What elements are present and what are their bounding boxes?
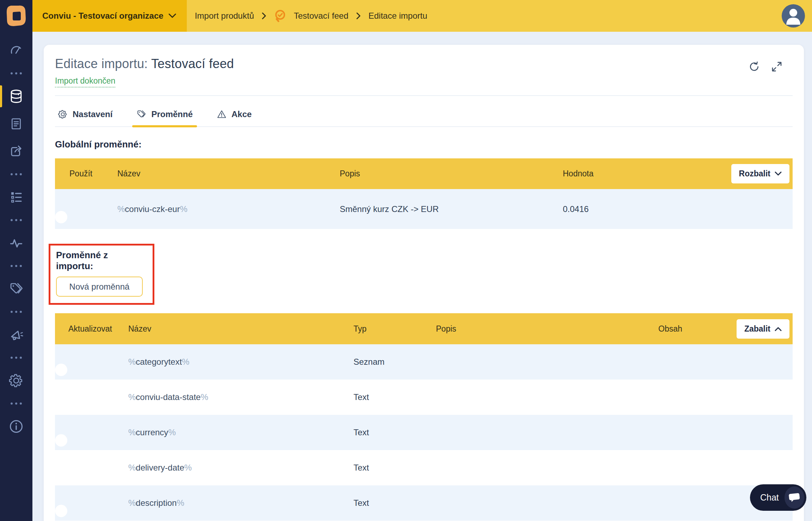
sidebar-more-menu[interactable] — [0, 69, 32, 78]
page-title-prefix: Editace importu: — [55, 56, 148, 71]
tab-nastaveni[interactable]: Nastavení — [56, 104, 115, 126]
avatar[interactable] — [782, 4, 805, 28]
sidebar-item-settings[interactable] — [0, 372, 32, 389]
table-row: %conviu-data-state%Text — [55, 380, 793, 415]
pulse-icon — [8, 235, 24, 251]
breadcrumb-import-produktu[interactable]: Import produktů — [195, 11, 254, 21]
document-icon — [9, 116, 23, 131]
variable-name: %delivery-date% — [128, 463, 353, 473]
refresh-icon[interactable] — [748, 61, 760, 73]
sidebar — [0, 32, 32, 521]
sidebar-more-menu[interactable] — [0, 262, 32, 270]
sidebar-more-menu[interactable] — [0, 308, 32, 316]
share-icon — [9, 144, 24, 159]
column-aktualizovat: Aktualizovat — [55, 324, 128, 334]
global-variables-table: Použít Název Popis Hodnota Rozbalit %con… — [55, 158, 793, 229]
table-row: %categorytext%Seznam — [55, 344, 793, 380]
org-label: Conviu - Testovací organizace — [42, 11, 164, 21]
global-variables-heading: Globální proměnné: — [55, 139, 793, 150]
tag-icon — [8, 281, 24, 296]
column-popis: Popis — [340, 169, 563, 178]
chat-label: Chat — [760, 492, 779, 503]
variable-type: Text — [353, 463, 436, 473]
gear-icon — [58, 109, 68, 119]
variable-description: Směnný kurz CZK -> EUR — [340, 204, 563, 214]
gear-icon — [8, 373, 24, 388]
tab-label: Nastavení — [73, 109, 112, 119]
chevron-down-icon — [775, 171, 782, 176]
tab-bar: Nastavení Proměnné Akce — [55, 104, 793, 127]
sidebar-more-menu[interactable] — [0, 353, 32, 362]
variable-name: %description% — [128, 498, 353, 508]
import-edit-card: Editace importu: Testovací feed Import d… — [44, 45, 804, 521]
import-variables-heading: Proměnné z importu: — [56, 250, 147, 272]
org-switcher[interactable]: Conviu - Testovací organizace — [32, 0, 187, 32]
annotation-highlight-box: Proměnné z importu: Nová proměnná — [49, 244, 154, 305]
breadcrumb-testovaci-feed[interactable]: Testovací feed — [294, 11, 349, 21]
sidebar-item-tasks[interactable] — [0, 188, 32, 206]
table-header: Aktualizovat Název Typ Popis Obsah Zabal… — [55, 313, 793, 344]
table-body: %categorytext%Seznam%conviu-data-state%T… — [55, 344, 793, 521]
tab-promenne[interactable]: Proměnné — [134, 104, 195, 126]
variable-name: %currency% — [128, 428, 353, 437]
page-title-feed-name: Testovací feed — [151, 56, 234, 71]
chat-launcher-button[interactable]: Chat — [750, 484, 806, 511]
database-icon — [8, 88, 24, 104]
rozbalit-button[interactable]: Rozbalit — [731, 164, 789, 183]
column-nazev: Název — [128, 324, 353, 334]
sidebar-item-announcements[interactable] — [0, 326, 32, 344]
page-title: Editace importu: Testovací feed — [55, 56, 234, 71]
column-nazev: Název — [117, 169, 340, 178]
conviu-logo-icon — [6, 5, 26, 27]
topbar: Conviu - Testovací organizace Import pro… — [0, 0, 812, 32]
tags-icon — [136, 109, 146, 119]
expand-icon[interactable] — [771, 61, 783, 73]
table-row: %description%Text — [55, 485, 793, 521]
app-logo[interactable] — [0, 0, 32, 32]
chevron-right-icon — [262, 12, 266, 19]
chevron-down-icon — [168, 13, 176, 18]
table-row: %currency%Text — [55, 415, 793, 450]
sidebar-item-dashboard[interactable] — [0, 42, 32, 59]
megaphone-icon — [8, 327, 24, 342]
table-header: Použít Název Popis Hodnota Rozbalit — [55, 158, 793, 189]
table-row: %delivery-date%Text — [55, 450, 793, 485]
variable-type: Seznam — [353, 357, 436, 367]
sidebar-item-reports[interactable] — [0, 115, 32, 133]
zabalit-button[interactable]: Zabalit — [737, 319, 789, 339]
gauge-icon — [9, 43, 24, 58]
variable-name: %conviu-czk-eur% — [117, 204, 340, 214]
new-variable-button[interactable]: Nová proměnná — [56, 277, 143, 297]
main-content: Editace importu: Testovací feed Import d… — [32, 32, 812, 521]
sidebar-item-activity[interactable] — [0, 234, 32, 252]
sidebar-item-tags[interactable] — [0, 280, 32, 298]
button-label: Zabalit — [744, 324, 770, 334]
tab-akce[interactable]: Akce — [215, 104, 254, 126]
header-divider — [55, 95, 793, 96]
column-typ: Typ — [353, 324, 436, 334]
variable-type: Text — [353, 428, 436, 437]
sidebar-more-menu[interactable] — [0, 170, 32, 178]
sidebar-item-data-imports[interactable] — [0, 87, 32, 105]
sidebar-more-menu[interactable] — [0, 399, 32, 408]
column-hodnota: Hodnota — [563, 169, 719, 178]
sidebar-item-exports[interactable] — [0, 143, 32, 160]
column-pouzit: Použít — [55, 169, 117, 178]
sidebar-more-menu[interactable] — [0, 216, 32, 224]
user-icon — [782, 4, 805, 28]
button-label: Rozbalit — [739, 169, 770, 178]
column-popis: Popis — [436, 324, 658, 334]
check-circle-icon — [274, 10, 286, 22]
chevron-up-icon — [775, 327, 782, 331]
variable-name: %conviu-data-state% — [128, 392, 353, 402]
variable-value: 0.0416 — [563, 204, 793, 214]
breadcrumb-editace-importu: Editace importu — [369, 11, 427, 21]
breadcrumb: Import produktů Testovací feed Editace i… — [187, 0, 782, 32]
tab-label: Proměnné — [151, 109, 192, 119]
import-status-link[interactable]: Import dokončen — [55, 76, 115, 87]
chat-bubble-icon — [785, 486, 804, 509]
variable-type: Text — [353, 392, 436, 402]
chevron-right-icon — [356, 12, 361, 19]
table-row: %conviu-czk-eur% Směnný kurz CZK -> EUR … — [55, 189, 793, 229]
sidebar-item-info[interactable] — [0, 418, 32, 435]
